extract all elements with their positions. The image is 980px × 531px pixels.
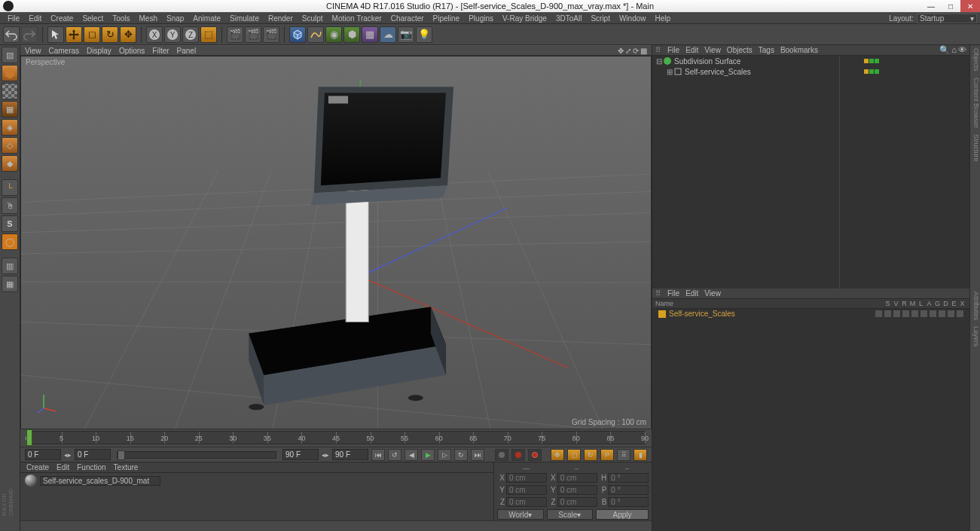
layer-toggle[interactable] — [911, 310, 918, 317]
render-pv-button[interactable]: 🎬 — [245, 26, 261, 43]
obj-menu-tags[interactable]: Tags — [759, 46, 774, 54]
goto-end-button[interactable]: ⏭ — [471, 449, 484, 461]
coord-field[interactable]: 0 cm — [506, 497, 547, 507]
play-button[interactable]: ▶ — [421, 449, 435, 461]
snap-toggle-button[interactable]: S — [2, 215, 18, 232]
vp-menu-cameras[interactable]: Cameras — [49, 47, 80, 55]
vp-menu-display[interactable]: Display — [87, 47, 111, 55]
obj-menu-view[interactable]: View — [704, 46, 721, 54]
right-tabs-top[interactable]: ObjectsContent BrowserStructure — [969, 45, 980, 288]
vp-menu-view[interactable]: View — [25, 47, 41, 55]
key-rot-button[interactable]: ↻ — [584, 449, 597, 461]
workplane-button[interactable]: ▦ — [2, 101, 18, 117]
panel-grip-icon[interactable]: ⠿ — [655, 46, 661, 54]
vp-menu-panel[interactable]: Panel — [177, 47, 197, 55]
coord-system-toggle[interactable]: ⬚ — [200, 26, 217, 43]
axis-tool-button[interactable]: └ — [2, 179, 18, 196]
obj-home-icon[interactable]: ⌂ — [951, 45, 957, 55]
menu-3dtoall[interactable]: 3DToAll — [551, 14, 586, 23]
menu-tools[interactable]: Tools — [108, 14, 134, 23]
obj-menu-bookmarks[interactable]: Bookmarks — [780, 46, 818, 54]
face-mode-button[interactable]: ◆ — [2, 155, 18, 172]
add-environment-button[interactable]: ☁ — [380, 26, 396, 43]
render-settings-button[interactable]: 🎬 — [263, 26, 279, 43]
model-mode-button[interactable] — [2, 65, 18, 81]
range-slider[interactable] — [117, 451, 276, 459]
layer-menu-view[interactable]: View — [704, 289, 721, 298]
obj-menu-file[interactable]: File — [667, 46, 679, 54]
coord-mode-select[interactable]: Scale ▾ — [547, 509, 594, 520]
end-frame-field[interactable]: 90 F — [332, 449, 368, 460]
add-array-button[interactable]: ⬢ — [343, 26, 360, 43]
layer-toggle[interactable] — [902, 310, 909, 317]
layer-menu-edit[interactable]: Edit — [685, 289, 698, 298]
coord-field[interactable]: 0 ° — [608, 473, 649, 483]
menu-file[interactable]: File — [3, 14, 24, 23]
add-camera-button[interactable]: 📷 — [398, 26, 414, 43]
add-light-button[interactable]: 💡 — [416, 26, 432, 43]
viewport-solo-button[interactable]: 🖱 — [2, 197, 18, 214]
end-frame-display[interactable]: 90 F — [282, 449, 319, 460]
y-axis-lock[interactable]: Y — [164, 26, 181, 43]
right-tabs-bottom[interactable]: AttributesLayers — [969, 288, 980, 532]
panel-grip-icon[interactable]: ⠿ — [655, 289, 661, 298]
coord-field[interactable]: 0 ° — [608, 497, 649, 507]
keysel-button[interactable] — [528, 449, 542, 461]
layer-row[interactable]: Self-service_Scales — [652, 309, 969, 319]
menu-character[interactable]: Character — [386, 14, 429, 23]
menu-script[interactable]: Script — [586, 14, 615, 23]
prev-key-button[interactable]: ↺ — [388, 449, 401, 461]
mat-menu-edit[interactable]: Edit — [56, 463, 69, 471]
make-editable-button[interactable]: ▧ — [2, 47, 18, 63]
coord-field[interactable]: 0 ° — [608, 485, 649, 495]
extra-button[interactable]: ▦ — [2, 276, 18, 292]
menu-help[interactable]: Help — [651, 14, 676, 23]
vp-menu-options[interactable]: Options — [119, 47, 145, 55]
layer-toggle[interactable] — [948, 310, 954, 317]
menu-animate[interactable]: Animate — [188, 14, 225, 23]
material-slot[interactable]: Self-service_scales_D-900_mat — [25, 475, 489, 487]
start-frame-field[interactable]: 0 F — [75, 449, 111, 460]
goto-start-button[interactable]: ⏮ — [371, 449, 385, 461]
menu-vray[interactable]: V-Ray Bridge — [498, 14, 551, 23]
obj-menu-objects[interactable]: Objects — [727, 46, 753, 54]
z-axis-lock[interactable]: Z — [182, 26, 199, 43]
layer-toggle[interactable] — [930, 310, 936, 317]
next-frame-button[interactable]: ▷ — [438, 449, 451, 461]
soft-select-button[interactable]: ◯ — [2, 233, 18, 250]
coord-field[interactable]: 0 cm — [557, 473, 598, 483]
record-button[interactable] — [495, 449, 508, 461]
menu-pipeline[interactable]: Pipeline — [429, 14, 465, 23]
scale-tool[interactable]: ◻ — [84, 26, 100, 43]
menu-window[interactable]: Window — [615, 14, 651, 23]
key-pos-button[interactable]: ✥ — [551, 449, 564, 461]
vp-nav-layout-icon[interactable]: ▦ — [640, 47, 647, 55]
live-select-tool[interactable] — [47, 26, 64, 43]
menu-motiontracker[interactable]: Motion Tracker — [328, 14, 386, 23]
layer-menu-file[interactable]: File — [667, 289, 679, 298]
menu-mesh[interactable]: Mesh — [135, 14, 162, 23]
perspective-viewport[interactable]: Perspective Grid Spacing : 100 cm — [20, 56, 652, 429]
coord-field[interactable]: 0 cm — [506, 485, 547, 495]
menu-plugins[interactable]: Plugins — [464, 14, 498, 23]
add-cube-button[interactable] — [289, 26, 306, 43]
menu-sculpt[interactable]: Sculpt — [298, 14, 328, 23]
coord-apply-button[interactable]: Apply — [596, 509, 649, 520]
add-deformer-button[interactable]: ▦ — [362, 26, 378, 43]
coord-space-select[interactable]: World ▾ — [497, 509, 544, 520]
window-maximize-button[interactable]: □ — [941, 0, 960, 12]
tweak-button[interactable]: ▥ — [2, 258, 18, 274]
menu-create[interactable]: Create — [46, 14, 78, 23]
layer-toggle[interactable] — [884, 310, 891, 317]
key-scale-button[interactable]: ◻ — [567, 449, 581, 461]
texture-mode-button[interactable] — [2, 83, 18, 99]
menu-render[interactable]: Render — [264, 14, 298, 23]
next-key-button[interactable]: ↻ — [454, 449, 468, 461]
obj-search-icon[interactable]: 🔍 — [939, 45, 950, 55]
key-all-button[interactable]: ▮ — [633, 449, 647, 461]
layer-toggle[interactable] — [920, 310, 927, 317]
vp-menu-filter[interactable]: Filter — [152, 47, 169, 55]
layer-toggle[interactable] — [957, 310, 963, 317]
vp-nav-zoom-icon[interactable]: ⤢ — [625, 47, 631, 55]
current-frame-field[interactable]: 0 F — [25, 449, 61, 460]
